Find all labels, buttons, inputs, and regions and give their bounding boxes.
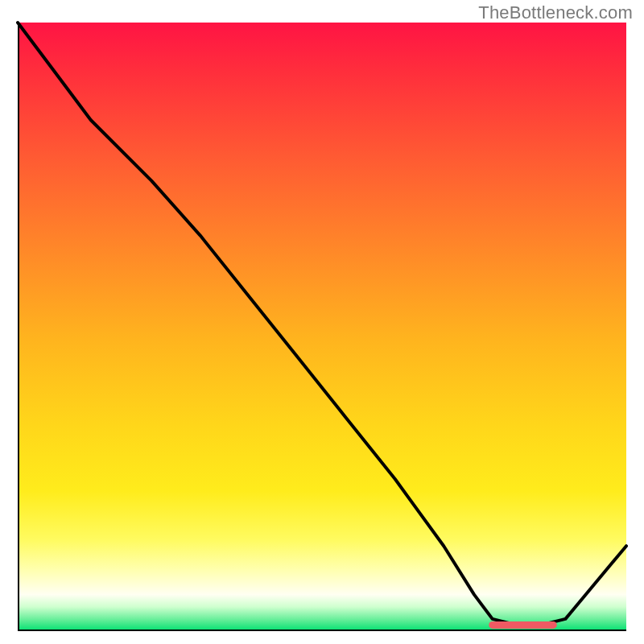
plot-area xyxy=(18,23,626,631)
chart-wrap: TheBottleneck.com xyxy=(0,0,644,644)
attribution-text: TheBottleneck.com xyxy=(478,2,633,23)
bottleneck-curve xyxy=(18,23,626,625)
chart-svg xyxy=(18,23,626,631)
